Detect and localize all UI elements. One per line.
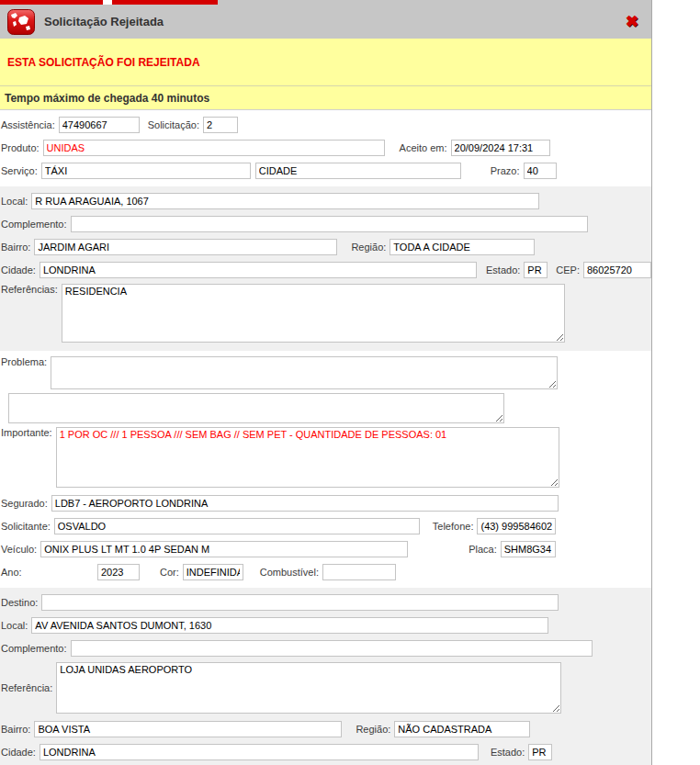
produto-input[interactable] [43, 140, 385, 156]
servico-input[interactable] [41, 163, 251, 179]
destino-local-row: Local: [1, 613, 651, 636]
destino-complemento-label: Complemento: [1, 643, 67, 654]
observacao-extra-textarea[interactable] [8, 393, 504, 423]
destino-local-input[interactable] [31, 617, 548, 634]
bairro-input[interactable] [34, 239, 337, 255]
placa-input[interactable] [501, 541, 556, 557]
dialog-title: Solicitação Rejeitada [44, 15, 164, 28]
prazo-input[interactable] [524, 163, 557, 179]
max-arrival-time-banner: Tempo máximo de chegada 40 minutos [0, 86, 651, 110]
problema-label: Problema: [1, 356, 47, 367]
top-red-bar-left [0, 0, 103, 5]
destino-referencia-textarea[interactable]: LOJA UNIDAS AEROPORTO [56, 662, 561, 714]
destino-complemento-input[interactable] [71, 640, 593, 657]
world-map-icon [7, 9, 35, 35]
destino-bairro-row: Bairro: Região: [1, 717, 651, 740]
telefone-input[interactable] [477, 518, 556, 534]
cor-input[interactable] [183, 564, 243, 580]
assistencia-label: Assistência: [1, 119, 55, 130]
destino-cidade-label: Cidade: [1, 747, 36, 758]
destino-cidade-input[interactable] [40, 744, 479, 760]
solicitacao-input[interactable] [203, 117, 238, 133]
destino-local-label: Local: [1, 620, 28, 631]
problem-vehicle-section: Problema: Importante: 1 POR OC /// 1 PES… [0, 351, 651, 588]
problema-row: Problema: [1, 356, 651, 389]
referencias-row: Referências: RESIDENCIA [1, 284, 651, 343]
request-section: Assistência: Solicitação: Produto: Aceit… [0, 110, 651, 186]
destino-regiao-input[interactable] [394, 721, 530, 737]
estado-label: Estado: [486, 264, 520, 276]
regiao-label: Região: [351, 242, 386, 253]
veiculo-input[interactable] [40, 541, 408, 557]
ano-input[interactable] [97, 564, 140, 580]
ano-label: Ano: [1, 567, 94, 578]
ano-cor-combustivel-row: Ano: Cor: Combustível: [1, 560, 651, 583]
destino-input[interactable] [41, 594, 559, 611]
complemento-row: Complemento: [1, 212, 651, 235]
local-row: Local: [1, 189, 651, 212]
destino-label: Destino: [1, 597, 38, 608]
telefone-label: Telefone: [433, 521, 474, 532]
local-input[interactable] [31, 193, 539, 209]
importante-textarea[interactable]: 1 POR OC /// 1 PESSOA /// SEM BAG // SEM… [56, 427, 559, 488]
combustivel-label: Combustível: [260, 567, 319, 578]
assistencia-input[interactable] [59, 117, 140, 133]
prazo-label: Prazo: [491, 165, 520, 176]
solicitacao-rejeitada-dialog: Solicitação Rejeitada ✖ ESTA SOLICITAÇÃO… [0, 0, 652, 765]
segurado-input[interactable] [51, 495, 559, 512]
destino-regiao-label: Região: [356, 724, 390, 735]
top-bar-gap [103, 0, 112, 5]
aceito-em-label: Aceito em: [400, 142, 447, 153]
destino-complemento-row: Complemento: [1, 636, 651, 659]
cidade-label: Cidade: [1, 264, 36, 276]
origin-address-section: Local: Complemento: Bairro: Região: Cida… [0, 186, 651, 351]
destino-estado-input[interactable] [528, 744, 552, 760]
assistencia-row: Assistência: Solicitação: [1, 113, 651, 136]
referencias-textarea[interactable]: RESIDENCIA [62, 284, 565, 343]
solicitante-row: Solicitante: Telefone: [1, 514, 651, 537]
servico-area-input[interactable] [255, 163, 461, 179]
cidade-row: Cidade: Estado: CEP: [1, 258, 651, 281]
solicitacao-label: Solicitação: [148, 119, 199, 130]
combustivel-input[interactable] [322, 564, 396, 580]
servico-label: Serviço: [1, 165, 38, 176]
cep-label: CEP: [556, 264, 580, 276]
top-red-bar-right [112, 0, 218, 5]
servico-row: Serviço: Prazo: [1, 159, 651, 182]
problema-textarea[interactable] [51, 356, 558, 389]
cep-input[interactable] [583, 262, 651, 278]
complemento-label: Complemento: [1, 219, 67, 230]
produto-label: Produto: [1, 142, 40, 153]
importante-label: Importante: [1, 427, 52, 438]
estado-input[interactable] [524, 262, 548, 278]
destino-referencia-row: Referência: LOJA UNIDAS AEROPORTO [1, 662, 651, 714]
max-arrival-time-text: Tempo máximo de chegada 40 minutos [5, 92, 209, 105]
bairro-row: Bairro: Região: [1, 235, 651, 258]
veiculo-row: Veículo: Placa: [1, 537, 651, 560]
referencias-label: Referências: [1, 284, 58, 295]
veiculo-label: Veículo: [1, 544, 37, 555]
rejected-banner-text: ESTA SOLICITAÇÃO FOI REJEITADA [7, 56, 200, 69]
segurado-row: Segurado: [1, 491, 651, 514]
rejected-banner: ESTA SOLICITAÇÃO FOI REJEITADA [0, 39, 651, 86]
bairro-label: Bairro: [1, 242, 30, 253]
close-icon[interactable]: ✖ [626, 14, 638, 29]
dialog-titlebar: Solicitação Rejeitada ✖ [0, 0, 651, 39]
destino-bairro-input[interactable] [34, 721, 342, 737]
destino-cidade-row: Cidade: Estado: [1, 740, 651, 763]
destino-estado-label: Estado: [491, 747, 525, 758]
cidade-input[interactable] [40, 262, 477, 278]
produto-row: Produto: Aceito em: [1, 136, 651, 159]
local-label: Local: [1, 196, 28, 207]
destino-referencia-label: Referência: [1, 682, 52, 693]
solicitante-label: Solicitante: [1, 521, 51, 532]
regiao-input[interactable] [390, 239, 535, 255]
solicitante-input[interactable] [54, 518, 420, 534]
importante-row: Importante: 1 POR OC /// 1 PESSOA /// SE… [1, 427, 651, 488]
cor-label: Cor: [160, 567, 179, 578]
destino-bairro-label: Bairro: [1, 724, 30, 735]
complemento-input[interactable] [71, 216, 588, 232]
aceito-em-input[interactable] [451, 140, 550, 156]
observacao-extra-row [1, 393, 651, 423]
segurado-label: Segurado: [1, 498, 48, 509]
